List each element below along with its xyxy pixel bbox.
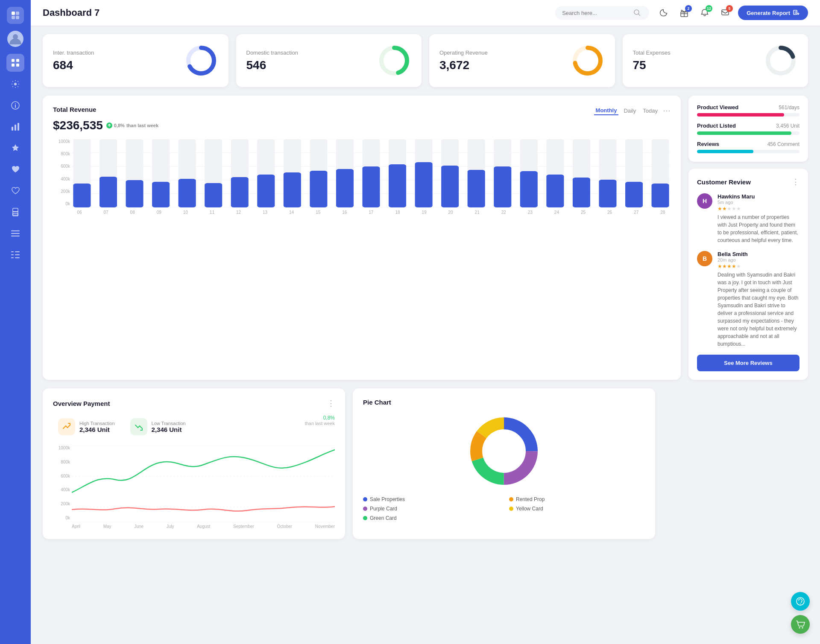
pie-legend: Sale Properties Rented Prop Purple Card … — [363, 496, 645, 521]
overview-y-axis: 1000k 800k 600k 400k 200k 0k — [53, 446, 70, 520]
svg-rect-16 — [13, 208, 18, 212]
line-chart-svg — [72, 446, 335, 522]
reviews-more-dots[interactable]: ⋮ — [792, 177, 800, 186]
pie-chart-card: Pie Chart — [353, 388, 655, 539]
svg-rect-79 — [362, 166, 380, 207]
legend-green-card: Green Card — [363, 515, 499, 521]
revenue-amount: $236,535 0,8% than last week — [53, 119, 671, 132]
mid-row: Total Revenue Monthly Daily Today ⋯ $236… — [43, 96, 808, 380]
svg-rect-17 — [11, 230, 20, 231]
pie-chart-svg — [466, 413, 542, 490]
donut-chart-revenue — [571, 44, 605, 78]
svg-rect-86 — [546, 175, 564, 207]
search-input[interactable] — [562, 10, 630, 16]
sidebar-item-info[interactable] — [6, 96, 24, 114]
svg-rect-15 — [13, 213, 18, 216]
stat-card-info: Total Expenses 75 — [633, 50, 671, 72]
sidebar-item-heart[interactable] — [6, 160, 24, 178]
stat-card-info: Domestic transaction 546 — [246, 50, 298, 72]
right-panel: Product Viewed 561/days Product Listed 3… — [688, 96, 808, 380]
revenue-title: Total Revenue — [53, 106, 96, 113]
generate-report-button[interactable]: Generate Report — [738, 6, 808, 20]
search-bar[interactable] — [555, 6, 649, 20]
sidebar-item-star[interactable] — [6, 139, 24, 157]
svg-rect-25 — [15, 257, 20, 258]
stat-label: Operating Revenue — [439, 50, 488, 56]
page-title: Dashboard 7 — [43, 7, 548, 18]
stars-hawkins: ★★★★★ — [718, 206, 800, 212]
svg-rect-77 — [310, 171, 327, 207]
svg-rect-69 — [100, 177, 117, 207]
sidebar-logo[interactable] — [7, 7, 24, 24]
svg-point-106 — [802, 627, 803, 629]
svg-rect-9 — [16, 64, 19, 67]
svg-rect-1 — [16, 12, 19, 15]
svg-rect-7 — [16, 59, 19, 62]
stat-card-domestic: Domestic transaction 546 — [236, 34, 422, 87]
reviews-card: Customer Review ⋮ H Hawkins Maru 5m ago … — [688, 169, 808, 380]
svg-rect-85 — [520, 171, 538, 207]
gift-icon-btn[interactable]: 2 — [676, 5, 692, 20]
overview-x-labels: April May June July August September Oct… — [72, 524, 335, 529]
chart-more-dots[interactable]: ⋯ — [663, 106, 671, 115]
stat-value: 684 — [53, 58, 94, 72]
svg-rect-68 — [73, 184, 91, 207]
svg-rect-6 — [12, 59, 15, 62]
donut-chart-expenses — [764, 44, 798, 78]
svg-rect-21 — [15, 251, 20, 252]
transaction-badges: High Transaction 2,346 Unit Low Tr — [53, 415, 335, 439]
svg-rect-83 — [468, 170, 485, 207]
svg-rect-19 — [11, 236, 20, 236]
svg-point-104 — [800, 603, 801, 604]
stars-bella: ★★★★★ — [718, 263, 800, 269]
svg-rect-12 — [12, 127, 13, 131]
overview-change: 0,8% than last week — [305, 415, 335, 426]
header-icons: 2 12 5 Generate Report — [656, 5, 808, 20]
sidebar-avatar[interactable] — [7, 31, 23, 47]
header: Dashboard 7 2 — [31, 0, 820, 26]
svg-rect-89 — [625, 182, 643, 207]
sidebar-item-heart2[interactable] — [6, 182, 24, 200]
svg-point-10 — [14, 83, 17, 85]
tab-today[interactable]: Today — [641, 107, 659, 115]
sidebar-item-settings[interactable] — [6, 75, 24, 93]
bell-icon-btn[interactable]: 12 — [697, 5, 712, 20]
svg-rect-81 — [415, 162, 433, 207]
sidebar-item-print[interactable] — [6, 203, 24, 221]
sidebar-item-list[interactable] — [6, 246, 24, 264]
sidebar-item-dashboard[interactable] — [6, 54, 24, 72]
tab-daily[interactable]: Daily — [622, 107, 638, 115]
svg-rect-71 — [152, 182, 170, 207]
stat-value: 3,672 — [439, 58, 488, 72]
moon-icon-btn[interactable] — [656, 5, 671, 20]
sidebar-item-menu[interactable] — [6, 224, 24, 242]
legend-purple-card: Purple Card — [363, 506, 499, 512]
tab-monthly[interactable]: Monthly — [594, 106, 619, 115]
stat-label: Domestic transaction — [246, 50, 298, 56]
legend-rented-prop: Rented Prop — [509, 496, 645, 502]
revenue-chart-header: Total Revenue Monthly Daily Today ⋯ — [53, 106, 671, 115]
stat-cards-row: Inter. transaction 684 Domestic transact… — [43, 34, 808, 87]
stat-card-info: Inter. transaction 684 — [53, 50, 94, 72]
bar-chart-wrapper: 1000k 800k 600k 400k 200k 0k — [53, 139, 671, 215]
metrics-card: Product Viewed 561/days Product Listed 3… — [688, 96, 808, 162]
bell-badge: 12 — [706, 5, 712, 12]
svg-rect-22 — [11, 254, 14, 255]
overview-more-dots[interactable]: ⋮ — [327, 399, 335, 408]
sidebar-item-analytics[interactable] — [6, 118, 24, 136]
revenue-chart-card: Total Revenue Monthly Daily Today ⋯ $236… — [43, 96, 681, 380]
stat-card-revenue: Operating Revenue 3,672 — [429, 34, 615, 87]
svg-rect-73 — [205, 183, 222, 207]
content-area: Inter. transaction 684 Domestic transact… — [31, 26, 820, 548]
bar-chart-svg — [72, 139, 671, 207]
revenue-change: 0,8% than last week — [106, 122, 158, 128]
see-more-reviews-button[interactable]: See More Reviews — [697, 355, 800, 371]
svg-rect-78 — [336, 169, 354, 207]
support-float-btn[interactable] — [791, 592, 810, 611]
svg-rect-2 — [12, 16, 15, 19]
reviewer-info: Bella Smith 20m ago ★★★★★ Dealing with S… — [718, 251, 800, 348]
cart-float-btn[interactable] — [791, 615, 810, 634]
message-icon-btn[interactable]: 5 — [718, 5, 733, 20]
overview-title: Overview Payment — [53, 400, 110, 407]
low-transaction-badge: Low Transaction 2,346 Unit — [125, 415, 191, 439]
